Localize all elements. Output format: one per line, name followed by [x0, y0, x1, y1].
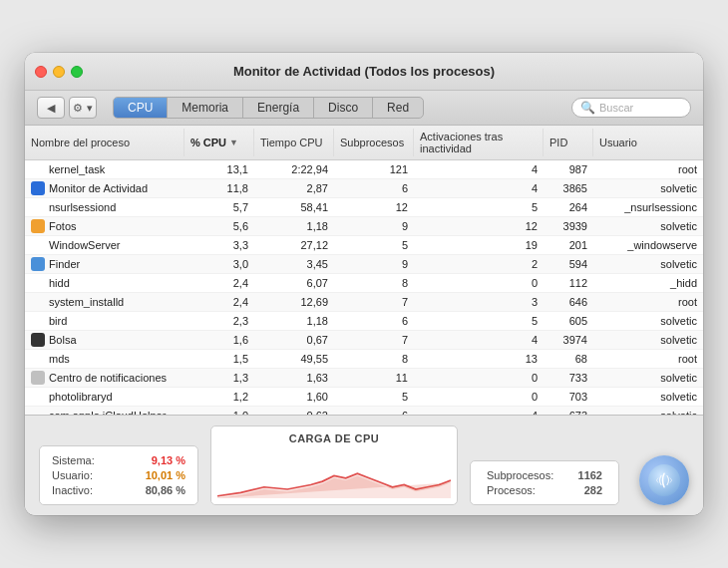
time-cell: 1,60 — [254, 389, 334, 405]
pid-cell: 673 — [544, 408, 593, 415]
tab-memoria[interactable]: Memoria — [168, 98, 243, 118]
process-name-cell: com.apple.iCloudHelper — [25, 407, 184, 415]
user-cell: solvetic — [593, 370, 703, 386]
time-cell: 1,18 — [254, 313, 334, 329]
col-user[interactable]: Usuario — [593, 129, 703, 156]
search-placeholder: Buscar — [599, 102, 633, 114]
table-row[interactable]: photolibraryd1,21,6050703solvetic — [25, 388, 703, 407]
process-icon-spacer — [31, 409, 45, 415]
process-name-cell: kernel_task — [25, 160, 184, 178]
col-activations[interactable]: Activaciones tras inactividad — [414, 129, 544, 156]
process-name-cell: Bolsa — [25, 331, 184, 349]
siri-button[interactable] — [639, 455, 689, 505]
activations-cell: 4 — [414, 180, 544, 196]
activations-cell: 0 — [414, 275, 544, 291]
process-name-text: com.apple.iCloudHelper — [49, 410, 166, 415]
back-button[interactable]: ◀ — [37, 97, 65, 119]
process-name-cell: Fotos — [25, 217, 184, 235]
table-row[interactable]: hidd2,46,0780112_hidd — [25, 274, 703, 293]
process-icon-spacer — [31, 390, 45, 404]
user-cell: _hidd — [593, 275, 703, 291]
user-cell: solvetic — [593, 218, 703, 234]
close-button[interactable] — [35, 66, 47, 78]
time-cell: 0,67 — [254, 332, 334, 348]
process-icon-spacer — [31, 162, 45, 176]
tab-disco[interactable]: Disco — [314, 98, 373, 118]
maximize-button[interactable] — [71, 66, 83, 78]
cpu-cell: 2,3 — [184, 313, 254, 329]
process-name-cell: Monitor de Actividad — [25, 179, 184, 197]
process-name-cell: WindowServer — [25, 236, 184, 254]
col-threads[interactable]: Subprocesos — [334, 129, 414, 156]
process-name-text: nsurlsessiond — [49, 201, 116, 213]
sistema-value: 9,13 % — [152, 454, 185, 466]
process-table: Nombre del proceso % CPU ▼ Tiempo CPU Su… — [25, 126, 703, 415]
process-name-text: WindowServer — [49, 239, 121, 251]
table-row[interactable]: Monitor de Actividad11,82,87643865solvet… — [25, 179, 703, 198]
process-name-text: hidd — [49, 277, 70, 289]
col-cpu[interactable]: % CPU ▼ — [184, 129, 254, 156]
usuario-label: Usuario: — [52, 469, 93, 481]
process-name-cell: mds — [25, 350, 184, 368]
table-row[interactable]: Fotos5,61,189123939solvetic — [25, 217, 703, 236]
threads-cell: 8 — [334, 351, 414, 367]
threads-cell: 5 — [334, 237, 414, 253]
table-row[interactable]: Finder3,03,4592594solvetic — [25, 255, 703, 274]
tab-cpu[interactable]: CPU — [114, 98, 168, 118]
user-cell: solvetic — [593, 256, 703, 272]
table-row[interactable]: system_installd2,412,6973646root — [25, 293, 703, 312]
activations-cell: 0 — [414, 370, 544, 386]
siri-icon — [648, 464, 680, 496]
activations-cell: 19 — [414, 237, 544, 253]
threads-cell: 6 — [334, 408, 414, 415]
table-row[interactable]: Centro de notificaciones1,31,63110733sol… — [25, 369, 703, 388]
table-row[interactable]: bird2,31,1865605solvetic — [25, 312, 703, 331]
subprocesos-stat: Subprocesos: 1162 — [487, 469, 602, 481]
process-name-text: Centro de notificaciones — [49, 372, 167, 384]
process-icon-spacer — [31, 295, 45, 309]
window-title: Monitor de Actividad (Todos los procesos… — [233, 64, 495, 79]
time-cell: 1,18 — [254, 218, 334, 234]
process-name-text: kernel_task — [49, 163, 105, 175]
search-box[interactable]: 🔍 Buscar — [571, 98, 691, 118]
activations-cell: 2 — [414, 256, 544, 272]
process-icon-spacer — [31, 314, 45, 328]
cpu-cell: 1,3 — [184, 370, 254, 386]
table-row[interactable]: WindowServer3,327,12519201_windowserve — [25, 236, 703, 255]
gear-button[interactable]: ⚙ ▾ — [69, 97, 97, 119]
cpu-cell: 11,8 — [184, 180, 254, 196]
threads-cell: 7 — [334, 294, 414, 310]
table-row[interactable]: mds1,549,5581368root — [25, 350, 703, 369]
col-name[interactable]: Nombre del proceso — [25, 129, 184, 156]
process-name-text: photolibraryd — [49, 391, 113, 403]
table-row[interactable]: kernel_task13,12:22,941214987root — [25, 160, 703, 179]
tab-red[interactable]: Red — [373, 98, 423, 118]
process-icon — [31, 371, 45, 385]
inactivo-stat: Inactivo: 80,86 % — [52, 484, 185, 496]
tab-energia[interactable]: Energía — [243, 98, 314, 118]
process-icon — [31, 181, 45, 195]
procesos-label: Procesos: — [487, 484, 536, 496]
process-name-cell: bird — [25, 312, 184, 330]
procesos-value: 282 — [584, 484, 602, 496]
time-cell: 27,12 — [254, 237, 334, 253]
table-row[interactable]: Bolsa1,60,67743974solvetic — [25, 331, 703, 350]
time-cell: 12,69 — [254, 294, 334, 310]
minimize-button[interactable] — [53, 66, 65, 78]
pid-cell: 112 — [544, 275, 593, 291]
process-name-cell: photolibraryd — [25, 388, 184, 406]
process-name-cell: system_installd — [25, 293, 184, 311]
sistema-label: Sistema: — [52, 454, 95, 466]
cpu-cell: 5,7 — [184, 199, 254, 215]
search-icon: 🔍 — [580, 101, 595, 115]
user-cell: solvetic — [593, 389, 703, 405]
col-pid[interactable]: PID — [544, 129, 593, 156]
table-row[interactable]: nsurlsessiond5,758,41125264_nsurlsession… — [25, 198, 703, 217]
table-row[interactable]: com.apple.iCloudHelper1,00,6264673solvet… — [25, 407, 703, 415]
process-name-text: Finder — [49, 258, 80, 270]
pid-cell: 3974 — [544, 332, 593, 348]
user-cell: solvetic — [593, 180, 703, 196]
col-time[interactable]: Tiempo CPU — [254, 129, 334, 156]
activations-cell: 4 — [414, 332, 544, 348]
threads-cell: 9 — [334, 256, 414, 272]
